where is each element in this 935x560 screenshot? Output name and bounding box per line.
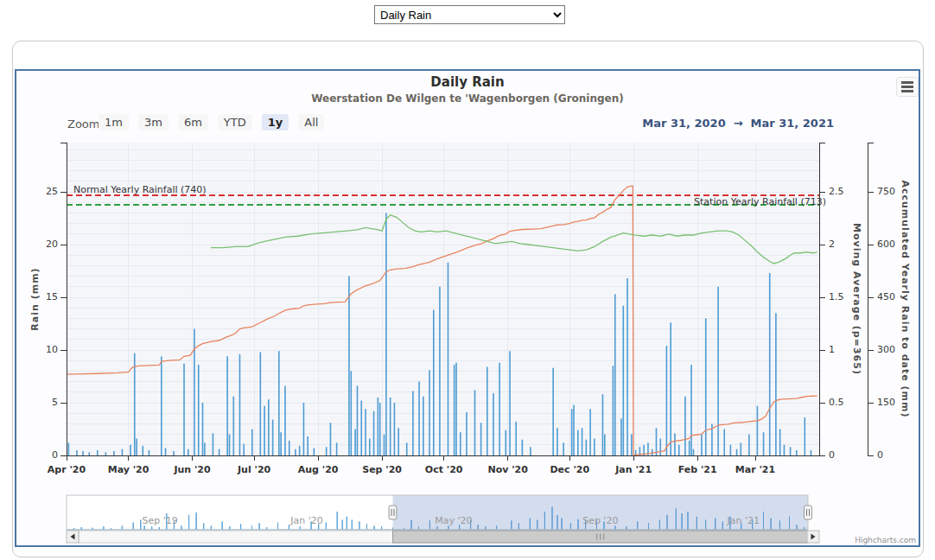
x-axis-label: Apr '20 <box>42 464 91 475</box>
navigator-label: Sep '19 <box>134 515 186 526</box>
scrollbar <box>67 531 819 543</box>
chart-title: Daily Rain <box>15 74 920 90</box>
x-axis-label: Dec '20 <box>545 464 594 475</box>
y-acc-label: 450 <box>877 291 895 302</box>
y-left-label: 20 <box>24 239 58 250</box>
y-ma-label: 2 <box>829 239 835 250</box>
x-axis-label: Aug '20 <box>294 464 342 475</box>
x-axis-label: Nov '20 <box>484 464 532 475</box>
page: Daily Rain Daily Rain Weerstation De Wil… <box>0 0 935 560</box>
x-axis-label: Oct '20 <box>420 464 468 475</box>
hamburger-icon <box>901 81 913 84</box>
x-axis-label: Mar '21 <box>731 464 779 475</box>
x-axis-label: Feb '21 <box>673 464 722 475</box>
range-button-all[interactable]: All <box>298 114 324 130</box>
y-ma-label: 2.5 <box>829 186 844 197</box>
range-button-1m[interactable]: 1m <box>99 114 129 130</box>
range-from-input[interactable]: Mar 31, 2020 <box>642 117 725 130</box>
y-ma-label: 1 <box>829 344 835 355</box>
navigator-label: Jan '20 <box>281 515 333 526</box>
plotline-label-normal-rainfall: Normal Yearly Rainfall (740) <box>73 184 207 195</box>
range-button-1y[interactable]: 1y <box>262 114 289 130</box>
scrollbar-right-arrow[interactable] <box>807 531 819 543</box>
plotline-label-station-rainfall: Station Yearly Rainfall (713) <box>694 196 826 207</box>
x-axis-label: Sep '20 <box>358 464 406 475</box>
scrollbar-left-arrow[interactable] <box>67 531 79 543</box>
y-left-label: 5 <box>24 397 58 408</box>
y-ma-label: 1.5 <box>829 291 844 302</box>
y-acc-label: 0 <box>877 449 883 461</box>
y-acc-label: 600 <box>877 239 895 250</box>
range-button-ytd[interactable]: YTD <box>218 114 252 130</box>
range-to-input[interactable]: Mar 31, 2021 <box>751 117 834 130</box>
y-axis-title-accumulated: Accumulated Yearly Rain to date (mm) <box>900 180 911 417</box>
y-axis-title-moving-average: Moving Average (p=365) <box>851 223 862 375</box>
y-ma-label: 0 <box>829 449 835 461</box>
range-arrow: → <box>734 117 743 130</box>
y-ma-label: 0.5 <box>829 397 844 408</box>
y-acc-label: 150 <box>877 397 895 408</box>
x-axis-label: Jun '20 <box>169 464 217 475</box>
navigator-label: May '20 <box>428 515 480 526</box>
y-left-label: 15 <box>24 291 58 302</box>
highcharts-credits-link[interactable]: Highcharts.com <box>855 536 916 544</box>
y-acc-label: 750 <box>877 186 895 197</box>
navigator-label: Jan '21 <box>717 515 769 526</box>
range-button-3m[interactable]: 3m <box>138 114 169 130</box>
x-axis-label: Jul '20 <box>230 464 278 475</box>
x-axis-label: May '20 <box>105 464 153 475</box>
chart-subtitle: Weerstation De Wilgen te 'Wagenborgen (G… <box>15 92 920 105</box>
y-left-label: 0 <box>24 449 58 461</box>
range-dates: Mar 31, 2020 → Mar 31, 2021 <box>639 117 834 130</box>
y-left-label: 10 <box>24 344 58 355</box>
navigator-handle-left[interactable] <box>389 506 397 519</box>
navigator-label: Sep '20 <box>575 515 627 526</box>
export-menu-button[interactable] <box>896 77 919 97</box>
y-left-label: 25 <box>24 186 58 197</box>
x-axis-label: Jan '21 <box>609 464 658 475</box>
range-selector-buttons: 1m3m6mYTD1yAll <box>99 114 324 130</box>
zoom-label: Zoom <box>67 118 99 130</box>
navigator-handle-right[interactable] <box>805 506 812 519</box>
y-acc-label: 300 <box>877 344 895 355</box>
range-button-6m[interactable]: 6m <box>178 114 208 130</box>
